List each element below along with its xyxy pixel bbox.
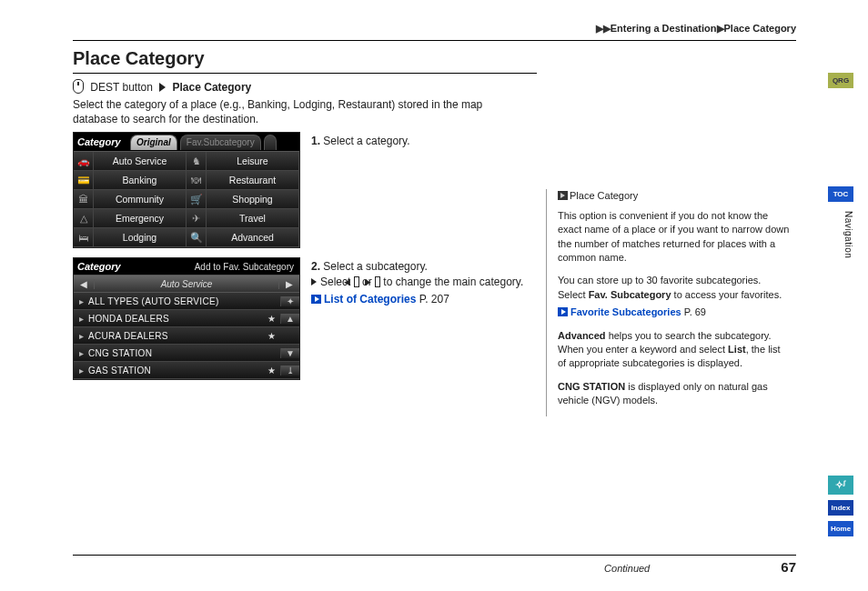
link-icon xyxy=(311,295,321,304)
link-list-of-categories[interactable]: List of Categories P. 207 xyxy=(324,292,546,307)
screenshot-category-grid: Category Original Fav.Subcategory 🚗Auto … xyxy=(73,132,300,248)
path-arrow-icon xyxy=(159,83,166,92)
category-icon: 🏛 xyxy=(74,190,94,209)
row-bullet-icon: ▸ xyxy=(74,296,88,306)
category-item: Advanced xyxy=(207,228,299,247)
help-title: Place Category xyxy=(558,189,790,203)
category-item: Community xyxy=(94,190,187,209)
step2-text: 2. Select a subcategory. xyxy=(311,259,546,275)
scroll-button: ▲ xyxy=(280,314,299,324)
help-panel: Place Category This option is convenient… xyxy=(546,189,790,416)
subcategory-row: ▸ALL TYPES (AUTO SERVICE)✦ xyxy=(74,293,299,310)
category-icon: △ xyxy=(74,209,94,228)
tab-blank xyxy=(264,135,277,150)
tab-home[interactable]: Home xyxy=(828,521,853,536)
tab-voice[interactable]: ✧ᶴ xyxy=(828,476,853,495)
screen2-header: Category xyxy=(74,261,143,272)
tab-original: Original xyxy=(130,135,177,150)
intro-text: Select the category of a place (e.g., Ba… xyxy=(73,97,528,126)
step2-subtext: Select ◀ or ▶ to change the main categor… xyxy=(324,275,546,290)
mouse-icon xyxy=(73,79,84,94)
category-item: Banking xyxy=(94,171,187,190)
category-icon: 🔍 xyxy=(187,228,207,247)
tab-index[interactable]: Index xyxy=(828,500,853,516)
category-item: Leisure xyxy=(207,152,299,171)
help-p1: This option is convenient if you do not … xyxy=(558,209,790,265)
favorite-star-icon: ★ xyxy=(262,314,280,324)
dest-path: DEST button Place Category xyxy=(73,79,796,94)
continued-label: Continued xyxy=(604,563,650,574)
tab-fav-subcategory: Fav.Subcategory xyxy=(180,135,261,150)
category-icon: 🚗 xyxy=(74,152,94,171)
step1-text: 1. Select a category. xyxy=(311,132,546,149)
row-bullet-icon: ▸ xyxy=(74,314,88,324)
category-icon: ♞ xyxy=(187,152,207,171)
note-icon xyxy=(558,191,568,200)
favorite-star-icon: ★ xyxy=(262,366,280,376)
prev-category-button: ◀ xyxy=(74,279,95,289)
subcategory-label: ALL TYPES (AUTO SERVICE) xyxy=(88,296,262,306)
subcategory-row: ▸HONDA DEALERS★▲ xyxy=(74,310,299,327)
category-item: Restaurant xyxy=(207,171,299,190)
link-favorite-subcategories[interactable]: Favorite Subcategories P. 69 xyxy=(558,306,790,319)
scroll-button: ✦ xyxy=(280,296,299,306)
help-p2: You can store up to 30 favorite subcateg… xyxy=(558,274,790,302)
category-icon: 🍽 xyxy=(187,171,207,190)
row-bullet-icon: ▸ xyxy=(74,331,88,341)
subcategory-row: ▸ACURA DEALERS★ xyxy=(74,327,299,345)
category-item: Auto Service xyxy=(94,152,187,171)
breadcrumb: ▶▶Entering a Destination▶Place Category xyxy=(73,23,796,38)
category-icon: 🛒 xyxy=(187,190,207,209)
help-p3: Advanced helps you to search the subcate… xyxy=(558,329,790,371)
link-icon xyxy=(558,307,568,316)
bullet-arrow-icon xyxy=(311,278,317,285)
subcategory-label: CNG STATION xyxy=(88,348,262,358)
subcategory-label: GAS STATION xyxy=(88,366,262,376)
category-item: Travel xyxy=(207,209,299,228)
row-bullet-icon: ▸ xyxy=(74,348,88,358)
scroll-button: ▼ xyxy=(280,348,299,358)
category-icon: ✈ xyxy=(187,209,207,228)
page-number: 67 xyxy=(781,559,796,575)
help-p4: CNG STATION is displayed only on natural… xyxy=(558,380,790,408)
next-category-button: ▶ xyxy=(278,279,299,289)
category-icon: 🛏 xyxy=(74,228,94,247)
favorite-star-icon: ★ xyxy=(262,331,280,341)
section-label: Navigation xyxy=(843,211,853,258)
scroll-button: ⤓ xyxy=(280,366,299,376)
category-item: Shopping xyxy=(207,190,299,209)
screen2-right-label: Add to Fav. Subcategory xyxy=(143,262,299,272)
row-bullet-icon: ▸ xyxy=(74,366,88,376)
tab-toc[interactable]: TOC xyxy=(828,186,853,202)
tab-qrg[interactable]: QRG xyxy=(828,73,853,88)
subcategory-row: ▸CNG STATION▼ xyxy=(74,345,299,362)
category-item: Emergency xyxy=(94,209,187,228)
category-item: Lodging xyxy=(94,228,187,247)
category-icon: 💳 xyxy=(74,171,94,190)
screen1-header: Category xyxy=(74,136,130,147)
page-title: Place Category xyxy=(73,48,537,74)
screenshot-subcategory-list: Category Add to Fav. Subcategory ◀ Auto … xyxy=(73,257,300,380)
current-category-label: Auto Service xyxy=(95,279,278,289)
subcategory-label: ACURA DEALERS xyxy=(88,331,262,341)
subcategory-row: ▸GAS STATION★⤓ xyxy=(74,362,299,379)
subcategory-label: HONDA DEALERS xyxy=(88,314,262,324)
